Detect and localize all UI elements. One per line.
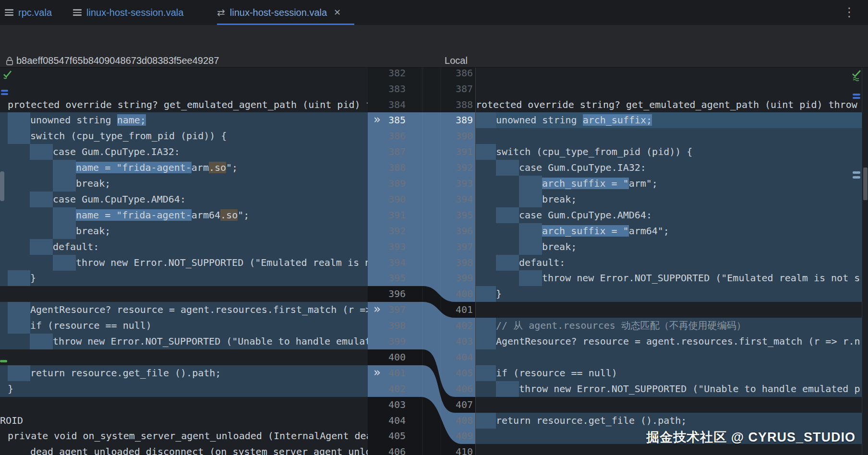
tab-linux-host-session[interactable]: linux-host-session.vala [73,0,183,25]
diff-titles-row: b8aeff08547f65b8409048673d08383f5ee49287… [0,54,868,67]
code-line: case Gum.CpuType.AMD64: [519,207,652,223]
indent-change-strip [476,286,496,302]
indent-change-strip [496,381,519,397]
code-text: "; [238,209,249,221]
indent-change-strip [53,207,76,223]
changes-applied-check-icon[interactable] [2,69,13,80]
line-number: 384 [375,97,406,113]
line-number: 405 [375,428,406,444]
change-marker[interactable] [853,171,860,174]
caret-line-marker[interactable]: » [374,365,388,381]
indent-change-strip [476,413,496,429]
code-text: private void on_system_server_agent_unlo… [8,430,368,442]
code-text: break; [76,178,110,189]
indent-change-strip [476,112,496,128]
code-text: return resource.get_file ().path; [496,415,687,426]
more-options-icon[interactable]: ⋮ [843,5,856,20]
code-line: protected override string? get_emulated_… [8,97,368,113]
code-text: arm64 [192,209,220,221]
line-number: 387 [442,81,473,97]
line-number: 404 [442,349,473,365]
code-text: dead_agent_unloaded_disconnect (on_syste… [30,446,368,455]
tab-rpc-vala[interactable]: rpc.vala [5,0,52,25]
code-line: arch_suffix = "arm"; [542,176,658,192]
diff-icon: ⇄ [217,7,225,18]
indent-change-strip [8,270,30,286]
code-line: AgentResource? resource = agent.resource… [496,334,860,349]
code-line: case Gum.CpuType.IA32: [53,144,180,160]
line-number: 403 [375,397,406,413]
right-code-pane[interactable]: rotected override string? get_emulated_a… [475,68,862,455]
code-text: } [30,272,36,284]
caret-line-marker[interactable]: » [374,302,388,318]
code-text: } [8,383,13,395]
line-number: 397 [442,239,473,255]
left-scrollbar-thumb[interactable] [0,171,4,201]
change-marker[interactable] [853,176,860,179]
line-number: 407 [442,397,473,413]
code-text: case Gum.CpuType.IA32: [519,162,646,173]
revision-hash: b8aeff08547f65b8409048673d08383f5ee49287 [16,54,219,67]
code-text: return resource.get_file ().path; [30,367,221,379]
change-marker[interactable] [853,94,860,96]
indent-change-strip [476,318,496,334]
code-line: unowned string name; [30,112,146,128]
code-text: "; [226,162,238,173]
code-line: default: [519,255,565,271]
close-icon[interactable]: ✕ [332,7,341,18]
line-number: 406 [375,444,406,455]
line-number: 410 [442,444,473,455]
code-line: break; [76,176,110,192]
change-marker[interactable] [1,93,8,95]
indent-change-strip [519,239,542,255]
code-text: AgentResource? resource = agent.resource… [496,335,860,347]
diff-editor-area: protected override string? get_emulated_… [0,67,868,455]
indent-change-strip [30,334,53,349]
tab-diff-linux-host-session[interactable]: ⇄ linux-host-session.vala ✕ [217,0,354,25]
indent-change-strip [30,192,53,207]
line-number: 390 [442,128,473,144]
line-number: 386 [375,128,406,144]
code-text: unowned string [496,114,583,126]
line-number: 395 [375,270,406,286]
code-line: return resource.get_file ().path; [496,413,687,429]
left-code-pane[interactable]: protected override string? get_emulated_… [0,68,368,455]
line-number: 399 [375,334,406,349]
line-number: 399 [442,270,473,286]
code-line: dead_agent_unloaded_disconnect (on_syste… [30,444,368,455]
code-line: if (resource == null) [496,365,617,381]
file-icon [5,8,13,17]
line-number: 409 [442,428,473,444]
all-changes-check-icon[interactable] [851,69,862,81]
code-line: name = "frida-agent-arm64.so"; [76,207,249,223]
code-line: arch_suffix = "arm64"; [542,223,669,239]
line-number: 383 [375,81,406,97]
code-text: default: [53,241,99,252]
word-diff-segment: arch_suffix = " [542,178,629,189]
right-scrollbar[interactable] [862,68,868,455]
line-number: 391 [375,207,406,223]
code-line: name = "frida-agent-arm.so"; [76,160,238,176]
diff-viewer-window: rpc.vala linux-host-session.vala ⇄ linux… [0,0,868,455]
scrollbar-thumb[interactable] [863,168,868,200]
indent-change-strip [53,160,76,176]
code-text: case Gum.CpuType.AMD64: [53,193,186,205]
code-line: if (resource == null) [30,318,152,334]
watermark: 掘金技术社区 @ CYRUS_STUDIO [646,429,856,446]
line-number: 386 [442,65,473,81]
indent-change-strip [496,207,519,223]
code-text: } [496,288,502,299]
code-line: ROID [0,413,23,429]
code-line: break; [542,239,577,255]
indent-change-strip [519,192,542,207]
line-number: 398 [442,255,473,271]
word-diff-segment: arch_suffix; [583,114,652,126]
change-marker[interactable] [1,90,8,92]
code-line: rotected override string? get_emulated_a… [476,97,857,113]
tab-label: rpc.vala [18,7,52,18]
line-number: 389 [442,112,473,128]
change-marker[interactable] [853,97,860,99]
line-number: 393 [442,176,473,192]
caret-line-marker[interactable]: » [374,112,388,128]
code-text: case Gum.CpuType.IA32: [53,146,180,157]
